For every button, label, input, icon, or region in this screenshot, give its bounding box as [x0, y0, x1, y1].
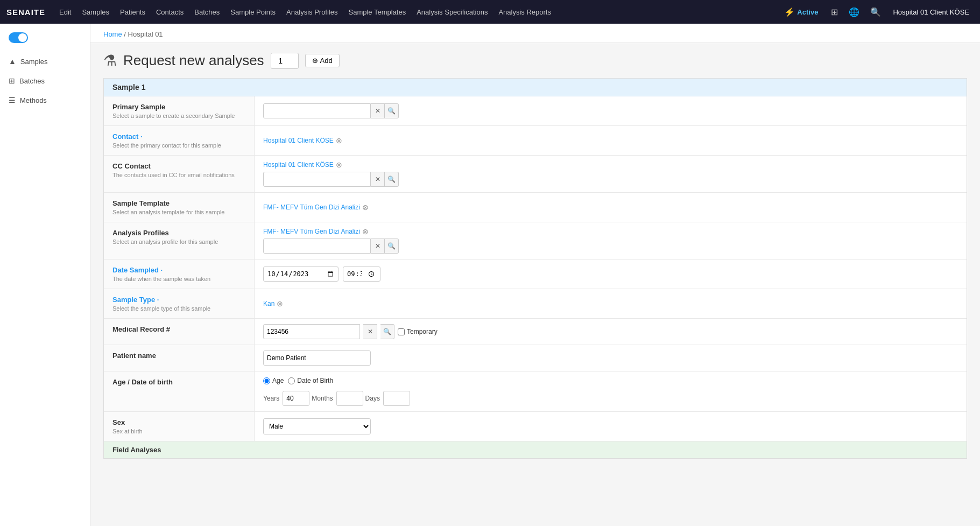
temporary-checkbox[interactable] [398, 328, 405, 335]
primary-sample-label: Primary Sample [112, 103, 245, 111]
nav-sample-templates[interactable]: Sample Templates [343, 0, 411, 24]
sidebar-batches-label: Batches [19, 77, 45, 85]
sidebar-methods-label: Methods [20, 96, 47, 104]
lightning-icon: ⚡ [784, 7, 795, 17]
age-radio-text: Age [272, 377, 284, 384]
primary-sample-clear-btn[interactable]: ✕ [371, 103, 385, 118]
nav-analysis-specifications[interactable]: Analysis Specifications [411, 0, 493, 24]
cc-contact-clear-btn[interactable]: ✕ [371, 172, 385, 187]
field-sample-type: Kan ⊗ [255, 289, 967, 318]
patient-name-label: Patient name [112, 352, 245, 360]
medical-record-search-btn[interactable]: 🔍 [380, 324, 394, 339]
sidebar-toggle[interactable] [0, 28, 90, 52]
label-primary-sample: Primary Sample Select a sample to create… [104, 96, 255, 125]
row-date-sampled: Date Sampled · The date when the sample … [104, 260, 967, 289]
form-table: Sample 1 Primary Sample Select a sample … [103, 78, 967, 459]
cc-contact-input[interactable] [263, 172, 371, 187]
cc-contact-search-btn[interactable]: 🔍 [385, 172, 399, 187]
sex-select[interactable]: Male Female Other [263, 418, 371, 434]
label-sample-template: Sample Template Select an analysis templ… [104, 193, 255, 222]
nav-sample-points[interactable]: Sample Points [225, 0, 281, 24]
breadcrumb-current: Hospital 01 [128, 30, 163, 38]
nav-patients[interactable]: Patients [115, 0, 151, 24]
page-title: Request new analyses [123, 52, 264, 69]
analysis-profiles-input-group: ✕ 🔍 [263, 239, 958, 254]
sidebar-item-samples[interactable]: ▲ Samples [0, 52, 90, 71]
field-date-sampled [255, 260, 967, 289]
sidebar: ▲ Samples ⊞ Batches ☰ Methods [0, 24, 90, 526]
days-input[interactable] [383, 391, 410, 406]
nav-analysis-profiles[interactable]: Analysis Profiles [281, 0, 343, 24]
analysis-profiles-search-btn[interactable]: 🔍 [385, 239, 399, 254]
samples-icon: ▲ [9, 57, 16, 66]
label-sample-type: Sample Type · Select the sample type of … [104, 289, 255, 318]
grid-icon-btn[interactable]: ⊞ [828, 5, 841, 19]
time-sampled-input[interactable] [343, 266, 380, 282]
analysis-profiles-input[interactable] [263, 239, 371, 254]
user-display: Hospital 01 Client KÖSE [889, 8, 974, 16]
page-header: ⚗ Request new analyses ⊕ Add [103, 52, 967, 69]
temporary-checkbox-label[interactable]: Temporary [398, 328, 438, 335]
date-time-group [263, 266, 958, 282]
age-radio[interactable] [263, 377, 270, 384]
nav-contacts[interactable]: Contacts [151, 0, 189, 24]
date-sampled-desc: The date when the sample was taken [112, 276, 245, 282]
row-cc-contact: CC Contact The contacts used in CC for e… [104, 156, 967, 193]
sample-type-label: Sample Type · [112, 296, 245, 304]
nav-batches[interactable]: Batches [189, 0, 225, 24]
sample-header: Sample 1 [104, 79, 967, 96]
label-age-dob: Age / Date of birth [104, 371, 255, 411]
methods-icon: ☰ [9, 96, 16, 104]
nav-samples[interactable]: Samples [76, 0, 115, 24]
age-radio-label[interactable]: Age [263, 377, 284, 384]
medical-record-label: Medical Record # [112, 325, 245, 333]
field-age-dob: Age Date of Birth Years Months [255, 371, 967, 411]
cc-contact-tag-remove[interactable]: ⊗ [336, 161, 342, 169]
search-icon-btn[interactable]: 🔍 [867, 5, 884, 19]
cc-contact-desc: The contacts used in CC for email notifi… [112, 172, 245, 178]
contact-tag-remove[interactable]: ⊗ [336, 137, 342, 144]
contact-tag-label: Hospital 01 Client KÖSE [263, 137, 334, 144]
patient-name-input[interactable] [263, 350, 371, 366]
nav-edit[interactable]: Edit [54, 0, 76, 24]
field-cc-contact: Hospital 01 Client KÖSE ⊗ ✕ 🔍 [255, 156, 967, 192]
row-sample-template: Sample Template Select an analysis templ… [104, 193, 967, 222]
sample-type-tag-label: Kan [263, 300, 274, 307]
batches-icon: ⊞ [9, 76, 15, 85]
nav-analysis-reports[interactable]: Analysis Reports [493, 0, 556, 24]
cc-contact-tag-label: Hospital 01 Client KÖSE [263, 161, 334, 169]
sidebar-item-batches[interactable]: ⊞ Batches [0, 71, 90, 90]
years-input[interactable] [283, 391, 309, 406]
dob-radio[interactable] [288, 377, 295, 384]
sidebar-item-methods[interactable]: ☰ Methods [0, 90, 90, 110]
field-contact: Hospital 01 Client KÖSE ⊗ [255, 126, 967, 155]
months-input[interactable] [336, 391, 363, 406]
field-sex: Male Female Other [255, 412, 967, 441]
analysis-profiles-clear-btn[interactable]: ✕ [371, 239, 385, 254]
sample-template-desc: Select an analysis template for this sam… [112, 209, 245, 215]
field-analysis-profiles: FMF- MEFV Tüm Gen Dizi Analizi ⊗ ✕ 🔍 [255, 222, 967, 259]
quantity-input[interactable] [271, 53, 299, 69]
globe-icon-btn[interactable]: 🌐 [845, 5, 863, 19]
age-dob-radio-group: Age Date of Birth [263, 377, 958, 384]
analysis-profiles-desc: Select an analysis profile for this samp… [112, 239, 245, 245]
date-sampled-input[interactable] [263, 266, 339, 282]
analysis-profiles-tag-remove[interactable]: ⊗ [362, 228, 369, 235]
active-status[interactable]: ⚡ Active [779, 7, 823, 17]
toggle-switch[interactable] [9, 32, 28, 43]
dob-radio-label[interactable]: Date of Birth [288, 377, 333, 384]
medical-record-input[interactable] [263, 324, 360, 339]
label-contact: Contact · Select the primary contact for… [104, 126, 255, 155]
brand-logo[interactable]: SENAITE [6, 8, 45, 17]
active-label: Active [797, 8, 818, 16]
primary-sample-search-btn[interactable]: 🔍 [385, 103, 399, 118]
breadcrumb-home[interactable]: Home [103, 30, 122, 38]
add-button[interactable]: ⊕ Add [305, 54, 340, 67]
row-age-dob: Age / Date of birth Age Date of Birth [104, 371, 967, 412]
primary-sample-input[interactable] [263, 103, 371, 118]
medical-record-clear-btn[interactable]: ✕ [363, 324, 377, 339]
sample-template-tag-remove[interactable]: ⊗ [362, 204, 369, 211]
page-icon: ⚗ [103, 52, 117, 69]
label-sex: Sex Sex at birth [104, 412, 255, 441]
sample-type-tag-remove[interactable]: ⊗ [277, 300, 283, 307]
